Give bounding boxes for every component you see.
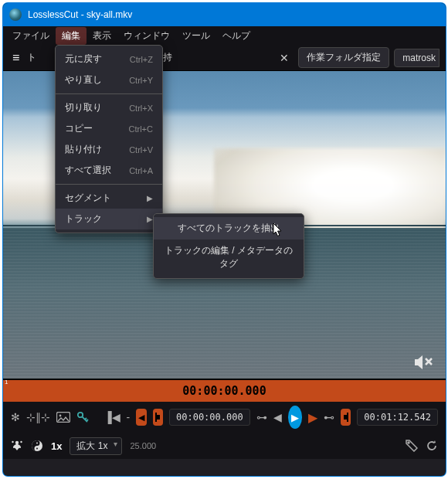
yinyang-icon[interactable] [31, 440, 43, 452]
edit-dropdown: 元に戻すCtrl+Z やり直しCtrl+Y 切り取りCtrl+X コピーCtrl… [55, 45, 163, 233]
svg-point-5 [20, 441, 22, 443]
step-fwd-icon[interactable]: ▶ [308, 410, 317, 425]
menu-paste[interactable]: 貼り付けCtrl+V [56, 139, 162, 160]
menu-undo[interactable]: 元に戻すCtrl+Z [56, 49, 162, 70]
step-back-icon[interactable]: ◀ [273, 411, 282, 423]
window-title: LosslessCut - sky-all.mkv [28, 9, 132, 20]
app-icon [9, 8, 22, 21]
picture-icon[interactable] [56, 412, 70, 423]
chevron-right-icon: ▶ [147, 215, 153, 223]
timeline-timecode: 00:00:00.000 [182, 384, 266, 398]
toolbar-left-text: ト [27, 51, 36, 64]
titlebar[interactable]: LosslessCut - sky-all.mkv [3, 3, 446, 26]
play-button[interactable]: ▶ [288, 406, 302, 429]
menu-window[interactable]: ウィンドウ [117, 27, 176, 45]
waveform-icon[interactable]: ⊹∥⊹ [26, 411, 50, 423]
skip-start-icon[interactable]: ▐◀ [104, 411, 120, 423]
menu-select-all[interactable]: すべて選択Ctrl+A [56, 160, 162, 181]
menu-segment[interactable]: セグメント▶ [56, 188, 162, 209]
menubar: ファイル 編集 表示 ウィンドウ ツール ヘルプ [3, 26, 446, 45]
zoom-select[interactable]: 拡大 1x [70, 437, 122, 455]
bottom-bar: 1x 拡大 1x 25.000 [3, 433, 446, 459]
format-button[interactable]: matrosk [394, 49, 440, 67]
hamburger-icon[interactable]: ≡ [9, 49, 22, 66]
current-time-input[interactable]: 00:00:00.000 [169, 409, 250, 426]
gear-icon[interactable]: ✻ [11, 411, 20, 423]
set-end-button[interactable] [341, 409, 351, 426]
close-icon[interactable]: ✕ [275, 50, 294, 66]
end-time-input[interactable]: 00:01:12.542 [357, 409, 438, 426]
menu-separator [56, 93, 162, 94]
svg-point-7 [36, 443, 38, 444]
chevron-right-icon: ▶ [147, 194, 153, 202]
menu-help[interactable]: ヘルプ [216, 27, 256, 45]
key-icon[interactable] [76, 411, 89, 423]
menu-copy[interactable]: コピーCtrl+C [56, 118, 162, 139]
menu-separator [56, 184, 162, 185]
timeline[interactable]: 1 00:00:00.000 [3, 379, 446, 402]
track-submenu: すべてのトラックを抽出 トラックの編集 / メタデータのタグ [153, 213, 304, 279]
menu-redo[interactable]: やり直しCtrl+Y [56, 70, 162, 90]
svg-point-1 [59, 415, 62, 417]
prev-cut-button[interactable]: ◀ [136, 409, 146, 426]
speed-label[interactable]: 1x [51, 440, 62, 452]
reload-icon[interactable] [426, 440, 438, 452]
submenu-edit-tracks-metadata[interactable]: トラックの編集 / メタデータのタグ [154, 240, 304, 275]
dash-label: - [127, 411, 131, 423]
tag-icon[interactable] [406, 440, 418, 452]
menu-edit[interactable]: 編集 [56, 27, 87, 45]
menu-view[interactable]: 表示 [87, 27, 117, 45]
key-left-icon[interactable]: ⊶ [256, 411, 267, 423]
key-right-icon[interactable]: ⊷ [324, 411, 334, 423]
svg-point-9 [408, 442, 409, 443]
workdir-button[interactable]: 作業フォルダ指定 [298, 47, 389, 68]
svg-point-4 [12, 441, 13, 443]
svg-point-3 [15, 441, 19, 444]
menu-track[interactable]: トラック▶ [56, 209, 162, 229]
menu-cut[interactable]: 切り取りCtrl+X [56, 97, 162, 118]
person-icon[interactable] [11, 440, 23, 452]
svg-point-8 [36, 448, 38, 450]
svg-point-2 [78, 413, 83, 417]
controls-bar: ✻ ⊹∥⊹ ▐◀ - ◀ 00:00:00.000 ⊶ ◀ ▶ ▶ ⊷ 00:0… [3, 402, 446, 433]
menu-tools[interactable]: ツール [176, 27, 216, 45]
volume-mute-icon[interactable] [415, 354, 435, 371]
menu-file[interactable]: ファイル [6, 27, 56, 45]
fps-label: 25.000 [130, 441, 156, 450]
submenu-extract-all-tracks[interactable]: すべてのトラックを抽出 [154, 217, 304, 240]
set-start-button[interactable] [153, 409, 163, 426]
segment-marker: 1 [5, 379, 8, 386]
